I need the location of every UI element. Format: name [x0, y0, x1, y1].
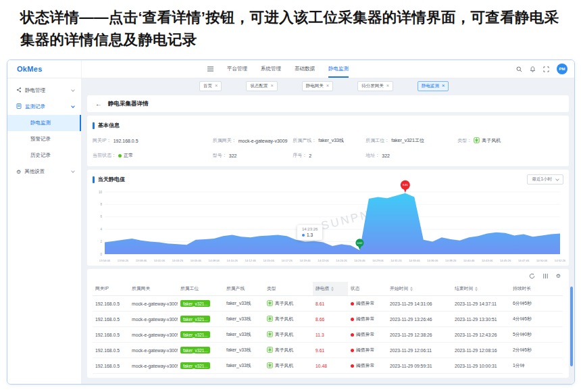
info-field-label: 序号： — [293, 152, 307, 159]
column-header-静电值[interactable]: 静电值 — [313, 282, 348, 296]
column-settings-icon[interactable] — [542, 273, 549, 279]
sidebar-group-label: 监测记录 — [25, 103, 45, 110]
type-label: 离子风机 — [275, 362, 293, 369]
tab-首页[interactable]: 首页× — [199, 81, 222, 91]
cell-line: faker_v33线 — [224, 343, 264, 358]
cell-line: faker_v33线 — [224, 327, 264, 343]
cell-status: 阈值异常 — [348, 358, 387, 374]
sidebar-group-监测记录[interactable]: 监测记录 — [7, 99, 81, 115]
sidebar-group-其他设置[interactable]: ⚙其他设置 — [7, 164, 81, 180]
section-accent-bar — [93, 176, 95, 183]
info-field-所属工位: 所属工位：faker_v321工位 — [365, 137, 457, 144]
type-label: 离子风机 — [275, 316, 293, 322]
svg-text:13:58:46: 13:58:46 — [136, 259, 147, 262]
column-header-label: 状态 — [351, 286, 360, 291]
column-header-结束时间[interactable]: 结束时间 — [452, 282, 510, 296]
tab-静电网关[interactable]: 静电网关× — [302, 81, 333, 91]
basic-info-card: 基本信息 网关IP：192.168.0.5所属网关：mock-e-gateway… — [87, 116, 569, 166]
info-field-所属网关: 所属网关：mock-e-gateway-v3009 — [213, 137, 293, 144]
info-field-网关IP: 网关IP：192.168.0.5 — [93, 137, 213, 144]
main-content: 首页×状态配置×静电网关×待分发网关×静电监测× ← 静电采集器详情 基本信息 … — [82, 78, 574, 384]
records-table-card: ⚙ 网关IP所属网关所属工位所属产线类型静电值状态开始时间结束时间持续时长 19… — [87, 269, 569, 378]
doc-icon — [16, 103, 22, 110]
fan-icon — [267, 316, 273, 322]
logo-zone: OkMes — [7, 60, 82, 78]
scrollbar-thumb[interactable] — [570, 287, 573, 366]
nav-item-基础数据[interactable]: 基础数据 — [295, 60, 315, 78]
gear-icon[interactable]: ⚙ — [556, 274, 561, 279]
nav-item-静电监测[interactable]: 静电监测 — [328, 60, 349, 78]
records-table: 网关IP所属网关所属工位所属产线类型静电值状态开始时间结束时间持续时长 192.… — [93, 282, 563, 374]
fan-icon — [267, 347, 273, 353]
status-dot — [351, 302, 354, 305]
fullscreen-icon[interactable] — [543, 66, 549, 72]
cell-ip: 192.168.0.5 — [93, 343, 129, 358]
nav-item-系统管理[interactable]: 系统管理 — [261, 60, 281, 78]
cell-duration: 4分钟5秒 — [510, 312, 563, 327]
caption-text: 状态详情——点击‘查看详情’按钮，可进入该工位采集器的详情界面，可查看静电采集器… — [20, 7, 565, 52]
cell-duration: 2分钟5秒 — [510, 343, 563, 358]
column-header-开始时间[interactable]: 开始时间 — [387, 282, 452, 296]
sort-icon[interactable] — [331, 287, 334, 291]
time-range-value: 最近1小时 — [532, 176, 552, 182]
sidebar-item-静电监测[interactable]: 静电监测 — [7, 115, 81, 131]
tab-待分发网关[interactable]: 待分发网关× — [357, 81, 393, 91]
detail-title-card: ← 静电采集器详情 — [87, 95, 569, 112]
cell-ip: 192.168.0.5 — [93, 296, 129, 312]
menu-collapse-icon[interactable] — [207, 60, 213, 78]
sort-up-icon — [331, 287, 334, 289]
tab-close-icon[interactable]: × — [270, 83, 273, 89]
bell-icon[interactable] — [530, 66, 536, 72]
svg-text:14:33:46: 14:33:46 — [409, 259, 420, 262]
info-field-value: 192.168.0.5 — [113, 139, 138, 143]
cell-duration: 6分钟5秒 — [510, 296, 563, 312]
table-toolbar: ⚙ — [93, 271, 563, 282]
sidebar-group-静电管理[interactable]: 静电管理 — [7, 82, 81, 99]
sort-icon[interactable] — [410, 287, 413, 291]
column-header-持续时长: 持续时长 — [510, 282, 563, 296]
back-arrow-icon[interactable]: ← — [95, 101, 102, 107]
nav-item-平台管理[interactable]: 平台管理 — [227, 60, 247, 78]
cell-ip: 192.168.0.5 — [93, 312, 129, 327]
sidebar-group-label: 静电管理 — [25, 87, 45, 94]
cell-ip: 192.168.0.5 — [93, 358, 129, 374]
chevron-down-icon — [71, 104, 75, 108]
refresh-icon[interactable] — [529, 273, 535, 279]
sidebar-item-历史记录[interactable]: 历史记录 — [7, 147, 81, 164]
cell-type: 离子风机 — [264, 312, 313, 327]
basic-info-heading: 基本信息 — [98, 122, 120, 129]
app-header: OkMes 平台管理系统管理基础数据静电监测 PM — [7, 60, 574, 78]
tab-close-icon[interactable]: × — [215, 83, 218, 89]
cell-type: 离子风机 — [264, 296, 313, 312]
tab-close-icon[interactable]: × — [386, 83, 389, 89]
tab-状态配置[interactable]: 状态配置× — [246, 81, 277, 91]
info-field-value: mock-e-gateway-v3009 — [238, 139, 288, 143]
cell-start: 2023-11-29 09:59:31 — [387, 358, 452, 374]
avatar[interactable]: PM — [557, 64, 567, 74]
sort-icon[interactable] — [475, 287, 478, 291]
time-range-select[interactable]: 最近1小时 — [527, 174, 563, 185]
svg-text:8: 8 — [100, 203, 102, 206]
station-tag: faker_v321... — [180, 300, 210, 307]
info-field-序号: 序号：2 — [293, 152, 365, 159]
svg-text:6: 6 — [100, 215, 102, 218]
tab-close-icon[interactable]: × — [326, 83, 329, 89]
sort-up-icon — [410, 287, 413, 289]
search-icon[interactable] — [516, 66, 522, 72]
sidebar-item-预警记录[interactable]: 预警记录 — [7, 131, 81, 147]
basic-info-row-2: 当前状态：正常型号：322序号：2地址：322 — [93, 152, 563, 159]
svg-text:13:56:26: 13:56:26 — [118, 259, 129, 262]
svg-text:13:54:06: 13:54:06 — [99, 259, 111, 262]
tab-静电监测[interactable]: 静电监测× — [418, 81, 449, 91]
area-chart-svg: 0246810SUNPN讯鹏13:54:0613:56:2613:58:4614… — [93, 188, 563, 264]
column-header-label: 静电值 — [315, 286, 329, 291]
cell-status: 阈值异常 — [348, 343, 387, 358]
cell-status: 阈值异常 — [348, 327, 387, 343]
cell-gateway: mock-e-gateway-v3009 — [129, 358, 178, 374]
status-dot — [351, 333, 354, 337]
info-field-label: 网关IP： — [93, 137, 111, 144]
tab-label: 首页 — [203, 83, 212, 89]
fan-icon — [474, 137, 480, 144]
tab-close-icon[interactable]: × — [442, 83, 445, 89]
svg-text:14:19:46: 14:19:46 — [299, 259, 311, 262]
